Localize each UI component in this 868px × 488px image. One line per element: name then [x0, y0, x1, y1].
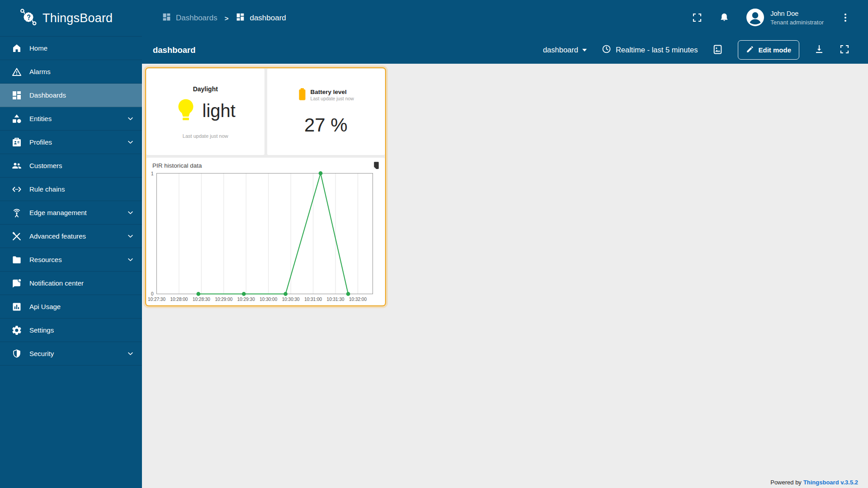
file-icon[interactable] [373, 161, 380, 171]
sidebar-item-api-usage[interactable]: Api Usage [0, 295, 142, 319]
daylight-last-update: Last update just now [183, 133, 228, 139]
edge-management-icon [11, 207, 22, 218]
clock-icon [601, 44, 612, 56]
sidebar-item-label: Entities [29, 115, 52, 122]
timewindow-button[interactable]: Realtime - last 5 minutes [601, 44, 698, 56]
chevron-down-icon [127, 350, 134, 357]
daylight-title: Daylight [193, 85, 218, 93]
sidebar-item-label: Profiles [29, 138, 52, 146]
sidebar-item-label: Edge management [29, 209, 87, 216]
edit-mode-button[interactable]: Edit mode [738, 40, 799, 60]
pencil-icon [746, 45, 754, 55]
sidebar-item-customers[interactable]: Customers [0, 154, 142, 178]
breadcrumb: Dashboards > dashboard [162, 12, 286, 24]
sidebar-item-security[interactable]: Security [0, 342, 142, 366]
notification-center-icon [11, 278, 22, 289]
dashboard-select[interactable]: dashboard [543, 46, 587, 54]
notifications-button[interactable] [719, 12, 730, 24]
alarms-icon [11, 66, 22, 77]
svg-text:10:27:30: 10:27:30 [148, 297, 165, 302]
battery-value: 27 % [304, 114, 348, 136]
selected-widget-group[interactable]: Daylight light Last update just now [145, 67, 386, 306]
chevron-down-icon [127, 115, 134, 122]
dashboard-image-button[interactable] [712, 44, 723, 56]
rule-chains-icon [11, 184, 22, 195]
export-dashboard-button[interactable] [814, 44, 825, 56]
sidebar-item-notification-center[interactable]: Notification center [0, 272, 142, 295]
chevron-down-icon [127, 209, 134, 216]
footer: Powered byThingsboard v.3.5.2 [770, 479, 858, 486]
fullscreen-icon [839, 44, 850, 56]
sidebar-item-label: Settings [29, 326, 54, 334]
chevron-down-icon [127, 256, 134, 263]
sidebar-item-label: Dashboards [29, 91, 66, 99]
pir-chart-widget[interactable]: PIR historical data 10:27:3010:28:0010:2… [146, 158, 385, 305]
sidebar-item-label: Notification center [29, 279, 84, 287]
sidebar-item-label: Api Usage [29, 303, 61, 310]
svg-text:10:29:00: 10:29:00 [215, 297, 232, 302]
breadcrumb-dashboard-current[interactable]: dashboard [236, 12, 286, 24]
settings-icon [11, 325, 22, 336]
battery-widget[interactable]: Battery level Last update just now 27 % [267, 69, 385, 155]
user-name: John Doe [770, 9, 824, 19]
logo[interactable]: ThingsBoard [0, 0, 142, 36]
dashboard-grid-icon [236, 12, 245, 24]
sidebar-item-dashboards[interactable]: Dashboards [0, 84, 142, 107]
svg-text:1: 1 [151, 171, 154, 176]
sidebar-item-label: Rule chains [29, 185, 65, 193]
daylight-value: light [203, 101, 236, 121]
kebab-icon [840, 12, 851, 24]
account-menu[interactable]: John Doe Tenant administrator [746, 8, 824, 28]
svg-text:10:31:00: 10:31:00 [304, 297, 322, 302]
more-menu-button[interactable] [840, 12, 851, 24]
sidebar-item-home[interactable]: Home [0, 37, 142, 60]
caret-down-icon [582, 49, 587, 52]
battery-title: Battery level [311, 88, 354, 96]
sidebar-item-edge-management[interactable]: Edge management [0, 201, 142, 225]
sidebar-item-label: Home [29, 44, 47, 52]
entities-icon [11, 113, 22, 124]
sidebar-item-settings[interactable]: Settings [0, 319, 142, 342]
bulb-icon [175, 98, 196, 124]
chevron-down-icon [127, 233, 134, 239]
image-icon [712, 44, 723, 56]
daylight-widget[interactable]: Daylight light Last update just now [146, 69, 264, 155]
svg-text:10:28:30: 10:28:30 [193, 297, 210, 302]
pir-line-chart: 10:27:3010:28:0010:28:3010:29:0010:29:30… [146, 171, 373, 305]
sidebar-item-alarms[interactable]: Alarms [0, 60, 142, 84]
sidebar-item-label: Customers [29, 162, 62, 169]
dashboard-canvas: Daylight light Last update just now [142, 64, 868, 488]
fullscreen-toggle-button[interactable] [692, 12, 703, 24]
battery-icon [298, 88, 307, 103]
sidebar-item-rule-chains[interactable]: Rule chains [0, 178, 142, 201]
sidebar-item-entities[interactable]: Entities [0, 107, 142, 131]
svg-text:10:31:30: 10:31:30 [327, 297, 344, 302]
svg-text:10:29:30: 10:29:30 [237, 297, 255, 302]
sidebar-item-profiles[interactable]: Profiles [0, 131, 142, 154]
dashboards-icon [11, 90, 22, 101]
top-header: Dashboards > dashboard [142, 0, 868, 36]
home-icon [11, 43, 22, 54]
dashboards-grid-icon [162, 12, 171, 24]
sidebar-item-advanced-features[interactable]: Advanced features [0, 225, 142, 248]
battery-last-update: Last update just now [311, 96, 354, 102]
svg-text:10:30:30: 10:30:30 [282, 297, 300, 302]
advanced-features-icon [11, 231, 22, 242]
page-title: dashboard [153, 45, 196, 55]
sidebar-item-label: Security [29, 350, 54, 357]
sidebar-item-resources[interactable]: Resources [0, 248, 142, 272]
breadcrumb-separator: > [225, 14, 229, 22]
logo-text: ThingsBoard [42, 11, 113, 25]
svg-text:0: 0 [151, 291, 154, 296]
download-icon [814, 44, 825, 56]
bell-icon [719, 12, 730, 24]
thingsboard-version-link[interactable]: Thingsboard v.3.5.2 [803, 479, 858, 486]
svg-text:10:32:00: 10:32:00 [349, 297, 367, 302]
api-usage-icon [11, 301, 22, 312]
avatar [746, 8, 764, 28]
dashboard-fullscreen-button[interactable] [839, 44, 850, 56]
breadcrumb-dashboards[interactable]: Dashboards [162, 12, 217, 24]
svg-text:10:30:00: 10:30:00 [259, 297, 277, 302]
main-area: Dashboards > dashboard [142, 0, 868, 488]
thingsboard-app: ThingsBoard HomeAlarmsDashboardsEntities… [0, 0, 868, 488]
